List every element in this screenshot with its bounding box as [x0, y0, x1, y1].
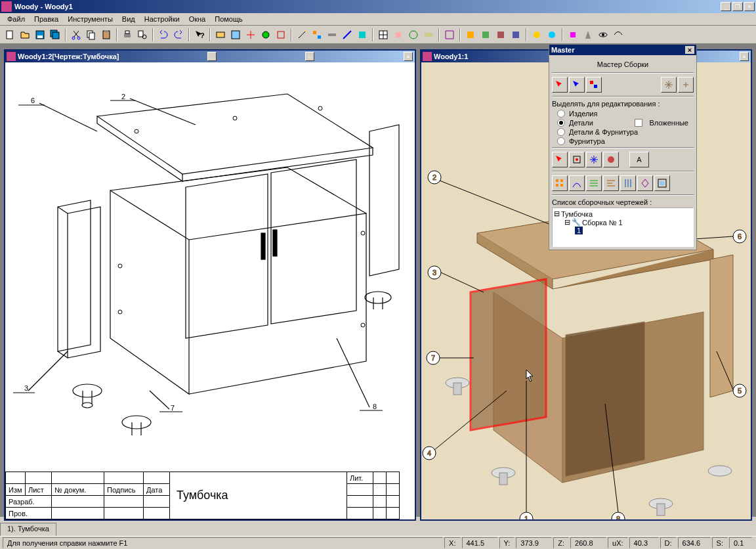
- t9-icon[interactable]: [355, 28, 369, 42]
- t23-icon[interactable]: [611, 28, 625, 42]
- tab-1[interactable]: 1). Тумбочка: [0, 523, 56, 536]
- new-icon[interactable]: [3, 28, 17, 42]
- menu-tools[interactable]: Инструменты: [63, 14, 117, 24]
- svg-rect-28: [467, 32, 474, 38]
- t13-icon[interactable]: [421, 28, 436, 42]
- doc-maximize-icon[interactable]: □: [305, 52, 314, 61]
- tool-4-icon[interactable]: [259, 28, 273, 42]
- menu-windows[interactable]: Окна: [184, 14, 211, 24]
- eye-icon[interactable]: [596, 28, 610, 42]
- menu-view[interactable]: Вид: [117, 14, 140, 24]
- doc-icon: [7, 52, 16, 61]
- m3-2[interactable]: [569, 175, 585, 191]
- master-btn-3[interactable]: [586, 77, 602, 93]
- m3-4[interactable]: [603, 175, 619, 191]
- t12-icon[interactable]: [406, 28, 421, 42]
- svg-point-44: [233, 116, 237, 120]
- t16-icon[interactable]: [478, 28, 493, 42]
- status-hint: Для получения справки нажмите F1: [3, 537, 443, 548]
- radio-details[interactable]: ДеталиВложенные: [552, 118, 694, 127]
- master-panel[interactable]: Master × Мастер Сборки Выделять для реда…: [549, 44, 697, 250]
- cut-icon[interactable]: [69, 28, 83, 42]
- open-icon[interactable]: [18, 28, 32, 42]
- svg-rect-78: [590, 81, 593, 84]
- m2-btn-1[interactable]: [552, 152, 568, 167]
- print-icon[interactable]: [120, 28, 135, 42]
- t14-icon[interactable]: [442, 28, 457, 42]
- document-tabs: 1). Тумбочка: [0, 523, 56, 536]
- list-label: Список сборочных чертежей :: [552, 197, 694, 208]
- annotation-button[interactable]: A: [629, 152, 649, 167]
- t18-icon[interactable]: [509, 28, 523, 42]
- t6-icon[interactable]: [310, 28, 324, 42]
- m3-3[interactable]: [586, 175, 602, 191]
- svg-point-47: [118, 310, 122, 314]
- menu-edit[interactable]: Правка: [30, 14, 63, 24]
- tool-3-icon[interactable]: [243, 28, 258, 42]
- drawing-canvas[interactable]: 6 2 3 7 8 ТумбочкаЛит. ИзмЛист№ докум.По…: [5, 62, 415, 519]
- nested-checkbox[interactable]: [635, 119, 642, 127]
- t15-icon[interactable]: [463, 28, 478, 42]
- master-close-icon[interactable]: ×: [685, 46, 694, 54]
- m3-6[interactable]: [637, 175, 653, 191]
- doc-close-icon[interactable]: ×: [740, 52, 749, 61]
- svg-rect-25: [396, 32, 401, 37]
- master-btn-2[interactable]: [569, 77, 585, 93]
- svg-point-26: [410, 31, 417, 39]
- svg-rect-11: [124, 33, 131, 37]
- svg-text:3: 3: [24, 384, 28, 392]
- wand-icon[interactable]: [295, 28, 309, 42]
- radio-products[interactable]: Изделия: [552, 109, 694, 118]
- master-btn-1[interactable]: [552, 77, 568, 93]
- t7-icon[interactable]: [325, 28, 339, 42]
- svg-rect-27: [425, 33, 432, 37]
- t17-icon[interactable]: [494, 28, 508, 42]
- t22-icon[interactable]: [581, 28, 595, 42]
- m2-btn-2[interactable]: [569, 152, 585, 167]
- radio-fittings[interactable]: Фурнитура: [552, 137, 694, 146]
- menu-settings[interactable]: Настройки: [140, 14, 184, 24]
- preview-icon[interactable]: [135, 28, 150, 42]
- svg-text:7: 7: [171, 404, 175, 412]
- saveall-icon[interactable]: [48, 28, 62, 42]
- master-titlebar[interactable]: Master ×: [549, 45, 696, 55]
- menu-help[interactable]: Помощь: [210, 14, 247, 24]
- minimize-button[interactable]: _: [721, 2, 731, 11]
- tool-1-icon[interactable]: [213, 28, 228, 42]
- master-btn-spark1[interactable]: [661, 77, 677, 93]
- radio-details-fittings[interactable]: Детали & Фурнитура: [552, 127, 694, 137]
- m3-1[interactable]: [552, 175, 568, 191]
- svg-rect-58: [499, 473, 507, 485]
- svg-point-49: [361, 323, 365, 327]
- t11-icon[interactable]: [391, 28, 406, 42]
- paste-icon[interactable]: [99, 28, 114, 42]
- tool-5-icon[interactable]: [274, 28, 288, 42]
- t21-icon[interactable]: [566, 28, 580, 42]
- save-icon[interactable]: [33, 28, 47, 42]
- svg-point-45: [318, 106, 322, 110]
- redo-icon[interactable]: [171, 28, 186, 42]
- menu-bar: Файл Правка Инструменты Вид Настройки Ок…: [0, 13, 756, 26]
- maximize-button[interactable]: ❐: [732, 2, 743, 11]
- doc-minimize-icon[interactable]: _: [207, 52, 217, 61]
- drawing-titlebar[interactable]: Woody1:2[Чертеж:Тумбочка] _ □ ×: [5, 51, 415, 62]
- m2-btn-4[interactable]: [603, 152, 619, 167]
- m3-5[interactable]: [620, 175, 636, 191]
- t20-icon[interactable]: [545, 28, 559, 42]
- menu-file[interactable]: Файл: [3, 14, 30, 24]
- t10-icon[interactable]: [376, 28, 390, 42]
- m3-7[interactable]: [654, 175, 670, 191]
- help-context-icon[interactable]: ?: [192, 28, 207, 42]
- t8-icon[interactable]: [340, 28, 354, 42]
- tool-2-icon[interactable]: [228, 28, 243, 42]
- undo-icon[interactable]: [156, 28, 171, 42]
- m2-btn-3[interactable]: [586, 152, 602, 167]
- assembly-tree[interactable]: ⊟ Тумбочка ⊟ 🔧 Сборка № 1 1: [552, 208, 694, 247]
- copy-icon[interactable]: [84, 28, 98, 42]
- master-btn-spark2[interactable]: [678, 77, 694, 93]
- svg-point-61: [708, 466, 732, 476]
- t19-icon[interactable]: [530, 28, 544, 42]
- doc-close-icon[interactable]: ×: [404, 52, 413, 61]
- svg-text:4: 4: [427, 449, 431, 457]
- close-button[interactable]: ×: [744, 2, 755, 11]
